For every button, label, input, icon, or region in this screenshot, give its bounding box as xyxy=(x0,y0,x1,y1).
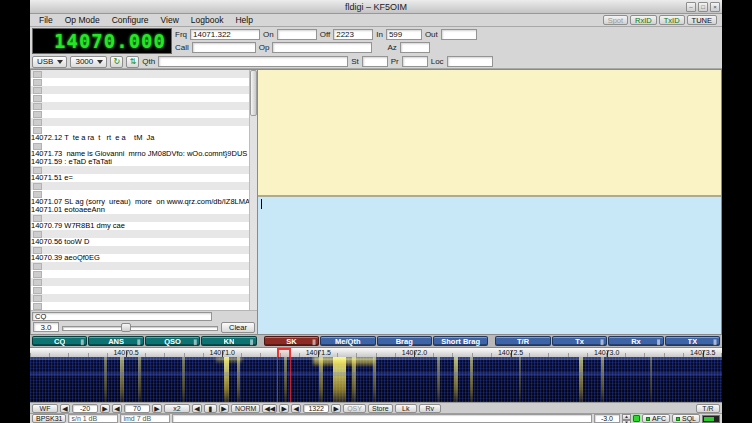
menu-item[interactable]: View xyxy=(155,15,185,25)
browser-row[interactable] xyxy=(31,110,249,118)
operator-field[interactable] xyxy=(272,42,372,53)
wf-control[interactable]: QSY xyxy=(343,404,366,413)
call-field[interactable] xyxy=(192,42,256,53)
browser-row[interactable]: 14070.79 W7R8B1 dmy cae xyxy=(31,222,249,230)
wf-control[interactable]: NORM xyxy=(231,404,260,413)
macro-button[interactable]: Me/Qth xyxy=(320,336,375,346)
browser-row[interactable] xyxy=(31,270,249,278)
rst-in-field[interactable]: 599 xyxy=(386,29,422,40)
squelch-level-field[interactable]: -3.0 xyxy=(594,414,620,423)
macro-button[interactable]: T/R xyxy=(495,336,550,346)
browser-row[interactable]: 14071.59 : eTaD eTaTati xyxy=(31,158,249,166)
title-bar[interactable]: fldigi – KF5OIM – □ × xyxy=(30,0,722,14)
menu-item[interactable]: Configure xyxy=(106,15,155,25)
maximize-button[interactable]: □ xyxy=(698,2,708,12)
waterfall-scale[interactable]: 14070.514071.014071.514072.014072.514073… xyxy=(30,347,722,357)
wf-control[interactable]: Lk xyxy=(395,404,417,413)
wf-control[interactable]: x2 xyxy=(164,404,190,413)
browser-row[interactable]: 14071.51 e= xyxy=(31,174,249,182)
macro-button[interactable]: Brag xyxy=(377,336,432,346)
browser-row[interactable]: 14072.12 T te a ra t rt e a tM Ja xyxy=(31,134,249,142)
menu-item[interactable]: Logbook xyxy=(185,15,230,25)
wf-control[interactable]: ▶ xyxy=(100,404,110,413)
province-field[interactable] xyxy=(402,56,428,67)
sql-button[interactable]: SQL xyxy=(672,414,700,423)
browser-row[interactable]: 14071.07 SL ag (sorry ureau) more on www… xyxy=(31,198,249,206)
macro-button[interactable]: Tx ▮ xyxy=(552,336,607,346)
tune-button[interactable]: TUNE xyxy=(687,15,717,25)
wf-control[interactable]: T/R xyxy=(696,404,720,413)
browser-row[interactable]: 14070.39 aeoQf0EG xyxy=(31,254,249,262)
browser-search-input[interactable]: CQ xyxy=(32,312,212,321)
scrollbar-thumb[interactable] xyxy=(250,70,257,116)
macro-button[interactable]: Short Brag xyxy=(433,336,488,346)
browser-row[interactable] xyxy=(31,214,249,222)
browser-row[interactable]: 14070.56 tooW D xyxy=(31,238,249,246)
minimize-button[interactable]: – xyxy=(686,2,696,12)
txid-button[interactable]: TxID xyxy=(659,15,685,25)
browser-scrollbar[interactable] xyxy=(249,70,257,310)
wf-control[interactable]: ▶ xyxy=(152,404,162,413)
rig-mode-select[interactable]: USB xyxy=(32,56,67,68)
browser-row[interactable] xyxy=(31,286,249,294)
wf-control[interactable]: ▮ xyxy=(204,404,217,413)
browser-row[interactable] xyxy=(31,86,249,94)
swap-icon[interactable]: ⇅ xyxy=(126,56,139,68)
macro-button[interactable]: CQ ▮ xyxy=(32,336,87,346)
browser-row[interactable] xyxy=(31,78,249,86)
mode-status-button[interactable]: BPSK31 xyxy=(32,414,66,423)
rst-out-field[interactable] xyxy=(441,29,477,40)
browser-row[interactable] xyxy=(31,102,249,110)
wf-control[interactable]: ▶ xyxy=(219,404,229,413)
browser-row[interactable] xyxy=(31,126,249,134)
rxid-button[interactable]: RxID xyxy=(630,15,657,25)
wf-control[interactable]: 1322 xyxy=(303,404,329,413)
vfo-frequency-display[interactable]: 14070.000 xyxy=(32,28,172,54)
browser-row[interactable] xyxy=(31,302,249,310)
browser-row[interactable] xyxy=(31,262,249,270)
macro-button[interactable]: Rx ▮ xyxy=(608,336,663,346)
macro-button[interactable]: QSO ▮ xyxy=(145,336,200,346)
browser-row[interactable] xyxy=(31,294,249,302)
browser-row[interactable]: 14071.73 name is Giovanni mrno JM08DVfo:… xyxy=(31,150,249,158)
wf-control[interactable]: Store xyxy=(368,404,393,413)
spot-button[interactable]: Spot xyxy=(603,15,628,25)
revert-icon[interactable]: ↻ xyxy=(110,56,123,68)
wf-control[interactable]: ◀ xyxy=(60,404,70,413)
wf-control[interactable]: ▶ xyxy=(279,404,289,413)
tx-text-pane[interactable] xyxy=(258,197,721,334)
state-field[interactable] xyxy=(362,56,388,67)
browser-row[interactable]: 14071.01 eotoaeeAnn xyxy=(31,206,249,214)
time-off-field[interactable]: 2223 xyxy=(333,29,373,40)
browser-row[interactable] xyxy=(31,118,249,126)
waterfall[interactable] xyxy=(30,357,722,402)
browser-row[interactable] xyxy=(31,182,249,190)
browser-row[interactable] xyxy=(31,70,249,78)
azimuth-field[interactable] xyxy=(400,42,430,53)
menu-item[interactable]: Help xyxy=(229,15,258,25)
browser-squelch-value[interactable]: 3.0 xyxy=(33,322,59,332)
wf-control[interactable]: ◀ xyxy=(291,404,301,413)
bandwidth-select[interactable]: 3000 xyxy=(70,56,107,68)
browser-row[interactable] xyxy=(31,230,249,238)
wf-control[interactable]: ▶ xyxy=(331,404,341,413)
afc-button[interactable]: AFC xyxy=(642,414,670,423)
browser-row[interactable] xyxy=(31,166,249,174)
wf-control[interactable]: Rv xyxy=(419,404,441,413)
time-on-field[interactable] xyxy=(277,29,317,40)
browser-row[interactable] xyxy=(31,142,249,150)
browser-row[interactable] xyxy=(31,94,249,102)
browser-row[interactable] xyxy=(31,278,249,286)
browser-row[interactable] xyxy=(31,190,249,198)
browser-clear-button[interactable]: Clear xyxy=(221,322,255,333)
wf-control[interactable]: ◀ xyxy=(112,404,122,413)
menu-item[interactable]: Op Mode xyxy=(59,15,106,25)
qth-field[interactable] xyxy=(158,56,348,67)
wf-control[interactable]: ◀ xyxy=(192,404,202,413)
wf-control[interactable]: ◀◀ xyxy=(262,404,277,413)
locator-field[interactable] xyxy=(447,56,493,67)
macro-button[interactable]: ANS ▮ xyxy=(88,336,143,346)
macro-button[interactable]: TX ▮ xyxy=(665,336,720,346)
carrier-marker[interactable] xyxy=(277,348,291,357)
browser-squelch-slider[interactable] xyxy=(62,323,218,332)
